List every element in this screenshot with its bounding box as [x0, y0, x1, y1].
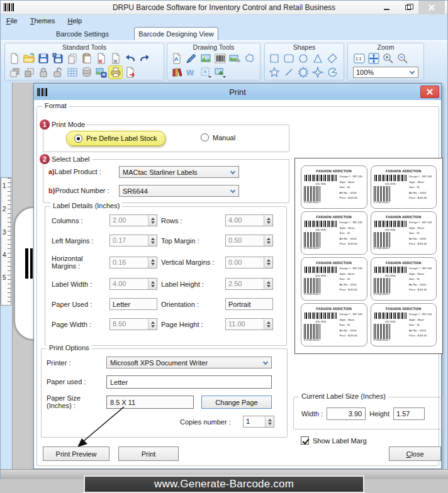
library-icon[interactable]	[169, 65, 184, 79]
number-stepper[interactable]: 4.00	[109, 278, 157, 290]
number-stepper[interactable]: 4.00	[225, 214, 273, 226]
four-point-star-shape-icon[interactable]	[310, 65, 325, 79]
ellipse-shape-icon[interactable]	[296, 52, 310, 65]
product-number-select[interactable]: SR6644	[119, 185, 239, 197]
send-to-back-icon[interactable]	[21, 65, 36, 79]
freeform-shape-icon[interactable]	[242, 52, 256, 65]
pie-shape-icon[interactable]	[325, 65, 339, 79]
show-label-margin-checkbox[interactable]: Show Label Marg	[301, 436, 367, 445]
triangle-shape-icon[interactable]	[310, 52, 325, 65]
number-stepper[interactable]: 11.00	[225, 318, 273, 330]
tab-barcode-designing-view[interactable]: Barcode Designing View	[134, 27, 218, 40]
database-icon[interactable]	[79, 65, 94, 79]
copies-number-stepper[interactable]: 1	[243, 416, 274, 428]
print-button[interactable]: Print	[118, 446, 179, 461]
rounded-rect-shape-icon[interactable]	[281, 52, 296, 65]
zoom-level-select[interactable]: 100%	[353, 67, 418, 78]
fit-to-window-icon[interactable]	[366, 52, 381, 65]
number-stepper[interactable]: 2.50	[225, 278, 273, 290]
printer-select[interactable]: Microsoft XPS Document Writer	[106, 357, 272, 368]
spinner-arrows-icon[interactable]	[148, 215, 157, 226]
zoom-out-icon[interactable]	[395, 52, 410, 65]
spinner-arrows-icon[interactable]	[264, 235, 272, 246]
copy-icon[interactable]	[65, 52, 79, 65]
diamond-shape-icon[interactable]	[325, 52, 339, 65]
minimize-button[interactable]	[376, 1, 397, 14]
spinner-arrows-icon[interactable]	[264, 257, 272, 268]
menu-file[interactable]: File	[6, 17, 18, 25]
print-icon[interactable]	[108, 65, 123, 79]
chevron-down-icon	[230, 169, 235, 174]
text-tool-icon[interactable]: A	[169, 52, 184, 65]
paper-size-input[interactable]: 8.5 X 11	[106, 396, 194, 409]
number-stepper[interactable]: 8.50	[109, 318, 157, 330]
insert-barcode-icon[interactable]	[213, 52, 227, 65]
text-field[interactable]: Portrait	[225, 298, 273, 310]
paper-used-input[interactable]: Letter	[106, 375, 272, 389]
dialog-close-button[interactable]	[420, 86, 439, 98]
actual-size-icon[interactable]: 1:1	[352, 52, 366, 65]
unlock-icon[interactable]	[50, 65, 65, 79]
save-as-icon[interactable]	[50, 52, 65, 65]
paste-icon[interactable]	[79, 52, 94, 65]
selection-frame-icon[interactable]	[198, 65, 213, 79]
redo-icon[interactable]	[137, 52, 152, 65]
print-mode-legend: Print Mode	[50, 121, 87, 128]
burst-shape-icon[interactable]	[296, 65, 310, 79]
number-stepper[interactable]: 0.17	[109, 235, 157, 246]
image-shape-icon[interactable]	[213, 65, 227, 79]
tab-barcode-settings[interactable]: Barcode Settings	[38, 27, 126, 40]
spinner-arrows-icon[interactable]	[264, 215, 272, 226]
spinner-arrows-icon[interactable]	[264, 319, 272, 330]
change-page-button[interactable]: Change Page	[201, 396, 272, 409]
text-field[interactable]: Letter	[109, 298, 157, 310]
predefine-label-stock-radio[interactable]: Pre Define Label Stock	[66, 131, 165, 146]
print-preview-button[interactable]: Print Preview	[43, 446, 109, 461]
spinner-arrows-icon[interactable]	[148, 235, 157, 246]
number-stepper[interactable]: 0.00	[225, 257, 273, 269]
number-stepper[interactable]: 0.16	[109, 257, 157, 269]
close-button[interactable]: Close	[389, 446, 441, 461]
toolbar-group-standard-tools: Standard Tools	[4, 43, 164, 80]
menu-help[interactable]: Help	[68, 17, 82, 25]
line-shape-icon[interactable]	[281, 65, 296, 79]
bring-to-front-icon[interactable]	[7, 65, 21, 79]
stepper-value: 11.00	[226, 319, 264, 330]
new-document-icon[interactable]	[7, 52, 21, 65]
height-field[interactable]: 1.57	[393, 407, 425, 420]
insert-image-icon[interactable]	[198, 52, 213, 65]
exit-icon[interactable]	[123, 65, 137, 79]
grid-icon[interactable]	[65, 65, 79, 79]
watermark-icon[interactable]: W	[184, 65, 198, 79]
spinner-arrows-icon[interactable]	[148, 319, 157, 330]
spinner-arrows-icon[interactable]	[264, 279, 272, 289]
restore-icon	[405, 5, 411, 10]
restore-button[interactable]	[397, 1, 418, 14]
barcode-vertical	[374, 186, 390, 201]
close-window-button[interactable]	[418, 1, 445, 14]
width-field[interactable]: 3.90	[327, 407, 366, 420]
cut-object-icon[interactable]	[94, 52, 108, 65]
square-shape-icon[interactable]	[267, 52, 281, 65]
field-label: Left Margins :	[52, 237, 106, 245]
export-image-icon[interactable]	[94, 65, 108, 79]
undo-icon[interactable]	[123, 52, 137, 65]
number-stepper[interactable]: 2.00	[109, 214, 157, 226]
save-icon[interactable]	[36, 52, 50, 65]
picture-frame-icon[interactable]	[227, 52, 242, 65]
delete-object-icon[interactable]	[108, 52, 123, 65]
manual-radio[interactable]: Manual	[201, 133, 235, 141]
spinner-arrows-icon[interactable]	[148, 257, 157, 268]
label-product-select[interactable]: MACtac Starliner Labels	[119, 166, 239, 178]
toolbar-group-zoom: Zoom 1:1 100%	[347, 43, 424, 80]
lock-icon[interactable]	[36, 65, 50, 79]
menu-themes[interactable]: Themes	[30, 17, 55, 25]
spinner-arrows-icon[interactable]	[148, 279, 157, 289]
open-file-icon[interactable]	[21, 52, 36, 65]
star-shape-icon[interactable]	[267, 65, 281, 79]
pencil-tool-icon[interactable]	[184, 52, 198, 65]
spinner-arrows-icon[interactable]	[265, 416, 274, 427]
number-stepper[interactable]: 0.50	[225, 235, 273, 246]
barcode-number: 676.7876	[374, 320, 407, 323]
zoom-in-icon[interactable]	[381, 52, 395, 65]
